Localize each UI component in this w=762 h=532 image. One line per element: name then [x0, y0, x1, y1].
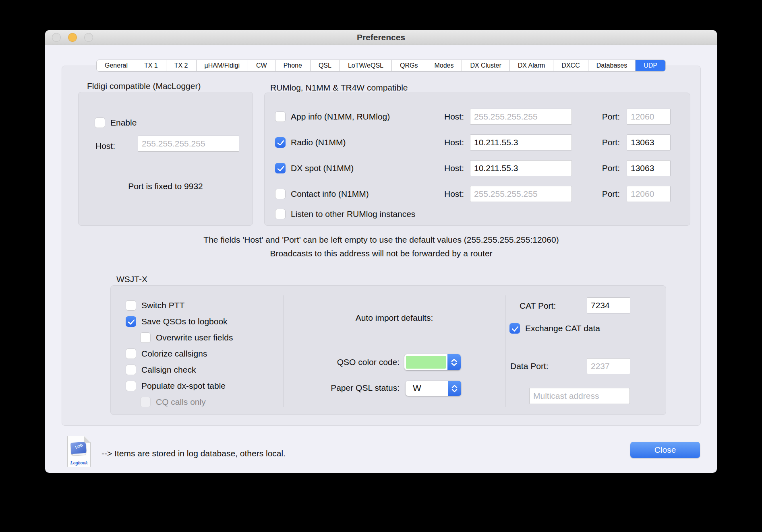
- tab-general[interactable]: General: [97, 60, 136, 71]
- save-qsos-checkbox[interactable]: [126, 316, 136, 327]
- enable-label: Enable: [110, 118, 137, 128]
- checkmark-icon: [277, 164, 284, 172]
- listen-checkbox[interactable]: [275, 209, 286, 219]
- overwrite-fields-row: Overwrite user fields: [140, 332, 233, 343]
- tab-dxcc[interactable]: DXCC: [553, 60, 588, 71]
- appinfo-port-input[interactable]: [627, 109, 671, 125]
- tab-strip: GeneralTX 1TX 2µHAM/FldigiCWPhoneQSLLoTW…: [96, 60, 666, 72]
- populate-dxspot-row: Populate dx-spot table: [126, 381, 226, 391]
- dxspot-checkbox-row: DX spot (N1MM): [275, 163, 354, 173]
- tab-phone[interactable]: Phone: [275, 60, 311, 71]
- dxspot-checkbox[interactable]: [275, 163, 286, 173]
- cat-port-label: CAT Port:: [520, 301, 568, 311]
- qso-color-label: QSO color code:: [292, 357, 400, 367]
- enable-checkbox[interactable]: [95, 118, 105, 128]
- colorize-callsigns-row: Colorize callsigns: [126, 348, 207, 359]
- dxspot-host-input[interactable]: [470, 160, 572, 176]
- cq-calls-only-label: CQ calls only: [156, 397, 206, 407]
- tab-modes[interactable]: Modes: [426, 60, 462, 71]
- contact-checkbox-row: Contact info (N1MM): [275, 189, 369, 199]
- fldigi-port-note: Port is fixed to 9932: [79, 181, 253, 191]
- logbook-book: LOG: [70, 442, 87, 455]
- colorize-callsigns-label: Colorize callsigns: [141, 349, 207, 359]
- radio-port-input[interactable]: [627, 134, 671, 151]
- rumlog-row-dxspot: DX spot (N1MM) Host: Port:: [265, 158, 690, 179]
- appinfo-label: App info (N1MM, RUMlog): [291, 112, 390, 122]
- switch-ptt-row: Switch PTT: [126, 300, 184, 311]
- fldigi-host-input[interactable]: [138, 136, 239, 152]
- dxspot-label: DX spot (N1MM): [291, 163, 354, 173]
- exchange-cat-label: Exchange CAT data: [525, 324, 600, 333]
- stepper-icon: [447, 354, 461, 370]
- tab-qrgs[interactable]: QRGs: [392, 60, 426, 71]
- radio-checkbox-row: Radio (N1MM): [275, 137, 346, 148]
- fldigi-groupbox: Enable Host: Port is fixed to 9932: [78, 92, 253, 226]
- qso-color-popup[interactable]: [404, 354, 461, 370]
- callsign-check-checkbox[interactable]: [126, 365, 136, 375]
- appinfo-checkbox-row: App info (N1MM, RUMlog): [275, 111, 390, 122]
- tab-dx-cluster[interactable]: DX Cluster: [462, 60, 509, 71]
- cq-calls-only-checkbox[interactable]: [140, 397, 151, 407]
- port-label: Port:: [586, 112, 620, 122]
- overwrite-fields-label: Overwrite user fields: [156, 333, 233, 342]
- logbook-badge: LOG: [75, 443, 84, 450]
- paper-qsl-popup[interactable]: W: [406, 381, 461, 396]
- contact-label: Contact info (N1MM): [291, 189, 369, 199]
- titlebar: Preferences: [45, 30, 717, 45]
- contact-host-input[interactable]: [470, 186, 572, 202]
- cq-calls-only-row: CQ calls only: [140, 397, 206, 407]
- overwrite-fields-checkbox[interactable]: [140, 332, 151, 343]
- listen-label: Listen to other RUMlog instances: [291, 209, 415, 219]
- populate-dxspot-checkbox[interactable]: [126, 381, 136, 391]
- rumlog-groupbox: App info (N1MM, RUMlog) Host: Port: Radi…: [264, 93, 690, 226]
- close-button[interactable]: Close: [630, 442, 700, 458]
- host-label: Host:: [430, 138, 464, 147]
- contact-port-input[interactable]: [627, 186, 671, 202]
- contact-checkbox[interactable]: [275, 189, 286, 199]
- tab-tx-2[interactable]: TX 2: [166, 60, 197, 71]
- stepper-icon: [448, 381, 461, 396]
- switch-ptt-checkbox[interactable]: [126, 300, 136, 311]
- port-label: Port:: [586, 189, 620, 199]
- host-label: Host:: [430, 189, 464, 199]
- udp-note-line2: Broadcasts to this address will not be f…: [62, 249, 700, 258]
- checkmark-icon: [128, 318, 135, 325]
- tab-tx-1[interactable]: TX 1: [136, 60, 166, 71]
- cat-port-input[interactable]: [587, 297, 630, 313]
- tab-databases[interactable]: Databases: [588, 60, 636, 71]
- listen-checkbox-row: Listen to other RUMlog instances: [275, 209, 415, 219]
- radio-label: Radio (N1MM): [291, 138, 346, 147]
- tab-qsl[interactable]: QSL: [311, 60, 340, 71]
- data-port-label: Data Port:: [510, 361, 567, 371]
- radio-checkbox[interactable]: [275, 137, 286, 148]
- column-divider: [284, 295, 284, 407]
- fldigi-group-title: Fldigi compatible (MacLogger): [87, 81, 201, 91]
- paper-qsl-label: Paper QSL status:: [292, 383, 400, 393]
- wsjtx-group-title: WSJT-X: [116, 274, 147, 284]
- tab-dx-alarm[interactable]: DX Alarm: [510, 60, 554, 71]
- checkmark-icon: [277, 138, 284, 146]
- tab-udp[interactable]: UDP: [636, 60, 665, 71]
- tab-uham-fldigi[interactable]: µHAM/Fldigi: [197, 60, 248, 71]
- data-port-input[interactable]: [587, 358, 630, 374]
- dxspot-port-input[interactable]: [627, 160, 671, 176]
- footer-message: --> Items are stored in log database, ot…: [101, 449, 286, 458]
- appinfo-checkbox[interactable]: [275, 111, 286, 122]
- tab-cw[interactable]: CW: [248, 60, 275, 71]
- callsign-check-label: Callsign check: [141, 365, 196, 375]
- window-title: Preferences: [45, 30, 717, 45]
- appinfo-host-input[interactable]: [470, 109, 572, 125]
- switch-ptt-label: Switch PTT: [141, 301, 184, 310]
- exchange-cat-checkbox[interactable]: [509, 323, 520, 334]
- udp-tab-panel: Fldigi compatible (MacLogger) Enable Hos…: [62, 66, 701, 426]
- logbook-icon: LOG Logbook: [67, 436, 91, 467]
- colorize-callsigns-checkbox[interactable]: [126, 348, 136, 359]
- qso-color-swatch: [406, 356, 446, 369]
- multicast-address-input[interactable]: [529, 388, 630, 404]
- radio-host-input[interactable]: [470, 134, 572, 151]
- section-divider: [509, 345, 652, 345]
- rumlog-row-radio: Radio (N1MM) Host: Port:: [265, 132, 690, 153]
- tab-lotw-eqsl[interactable]: LoTW/eQSL: [340, 60, 392, 71]
- host-label: Host:: [430, 112, 464, 122]
- port-label: Port:: [586, 163, 620, 173]
